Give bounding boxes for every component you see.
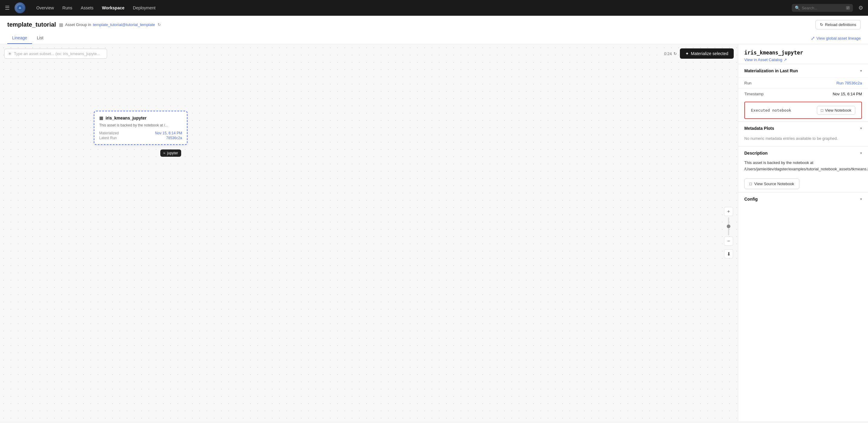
canvas-toolbar: ✳ Type an asset subset... (ex: iris_kmea… — [4, 49, 734, 59]
asset-node-description: This asset is backed by the notebook at … — [99, 123, 182, 128]
page-title: template_tutorial — [7, 21, 56, 28]
panel-asset-name: iris_kmeans_jupyter — [744, 50, 862, 56]
metadata-plots-title: Metadata Plots — [744, 126, 774, 131]
header-top: template_tutorial ▦ Asset Group in templ… — [7, 20, 861, 32]
jupyter-badge-label: jupyter — [167, 151, 178, 155]
materialized-value: Nov 15, 6:14 PM — [138, 131, 182, 135]
tab-lineage[interactable]: Lineage — [7, 32, 32, 44]
main-layout: ✳ Type an asset subset... (ex: iris_kmea… — [0, 44, 868, 421]
asset-node-meta: Materialized Nov 15, 6:14 PM Latest Run … — [99, 131, 182, 140]
hamburger-icon[interactable]: ☰ — [5, 4, 10, 11]
description-title: Description — [744, 151, 768, 155]
zoom-controls: + − ⬇ — [724, 207, 733, 259]
view-source-notebook-button[interactable]: □ View Source Notebook — [744, 179, 799, 189]
search-bar[interactable]: 🔍 / — [792, 4, 853, 12]
nav-links: Overview Runs Assets Workspace Deploymen… — [33, 4, 789, 12]
tabs: Lineage List — [7, 32, 49, 44]
jupyter-badge-icon: ≈ — [163, 151, 165, 155]
materialization-section: Materialization in Last Run ▾ Run Run 78… — [738, 64, 868, 119]
asset-node-grid-icon: ▦ — [99, 116, 103, 120]
executed-notebook-row: Executed notebook □ View Notebook — [744, 102, 862, 119]
timestamp-label: Timestamp — [744, 92, 764, 96]
description-chevron: ▾ — [860, 151, 862, 155]
description-section: Description ▾ This asset is backed by th… — [738, 146, 868, 177]
latest-run-value: 78536c2a — [138, 136, 182, 140]
nav-workspace[interactable]: Workspace — [98, 4, 128, 12]
description-body: This asset is backed by the notebook at … — [738, 160, 868, 177]
page-header: template_tutorial ▦ Asset Group in templ… — [0, 16, 868, 44]
breadcrumb: ▦ Asset Group in template_tutorial@tutor… — [59, 22, 161, 28]
zoom-slider-thumb[interactable] — [727, 224, 731, 228]
global-lineage-label: View global asset lineage — [816, 36, 861, 40]
materialization-chevron: ▾ — [860, 69, 862, 73]
config-title: Config — [744, 197, 757, 202]
executed-notebook-label: Executed notebook — [751, 108, 791, 113]
nav-runs[interactable]: Runs — [59, 4, 76, 12]
tabs-row: Lineage List ⤢ View global asset lineage — [7, 32, 861, 44]
description-section-header[interactable]: Description ▾ — [738, 146, 868, 160]
materialized-label: Materialized — [99, 131, 136, 135]
search-icon: 🔍 — [795, 5, 800, 10]
timer-refresh-icon[interactable]: ↻ — [674, 52, 677, 56]
view-in-asset-catalog-link[interactable]: View in Asset Catalog ↗ — [744, 58, 862, 62]
latest-run-label: Latest Run — [99, 136, 136, 140]
source-notebook-label: View Source Notebook — [754, 182, 794, 186]
metadata-plots-section: Metadata Plots ▾ No numeric metadata ent… — [738, 121, 868, 146]
logo[interactable] — [14, 2, 25, 13]
breadcrumb-link[interactable]: template_tutorial@tutorial_template — [93, 22, 155, 27]
zoom-out-button[interactable]: − — [724, 237, 733, 246]
run-value-link[interactable]: Run 78536c2a — [836, 81, 862, 85]
materialization-section-header[interactable]: Materialization in Last Run ▾ — [738, 64, 868, 78]
topnav: ☰ Overview Runs Assets Workspace Deploym… — [0, 0, 868, 16]
search-input[interactable] — [802, 6, 844, 10]
metadata-plots-chevron: ▾ — [860, 126, 862, 130]
asset-subset-placeholder: Type an asset subset... (ex: iris_kmeans… — [14, 52, 100, 56]
run-info-row: Run Run 78536c2a — [738, 78, 868, 88]
asset-group-icon: ▦ — [59, 22, 63, 28]
reload-icon: ↻ — [820, 22, 823, 27]
nav-overview[interactable]: Overview — [33, 4, 58, 12]
breadcrumb-refresh-icon[interactable]: ↻ — [158, 22, 161, 27]
view-catalog-icon: ↗ — [784, 58, 787, 62]
view-notebook-label: View Notebook — [825, 108, 851, 113]
metadata-plots-section-header[interactable]: Metadata Plots ▾ — [738, 122, 868, 135]
nav-deployment[interactable]: Deployment — [129, 4, 159, 12]
search-shortcut-badge: / — [846, 6, 850, 10]
nav-assets[interactable]: Assets — [77, 4, 97, 12]
zoom-slider-track[interactable] — [728, 217, 729, 235]
description-text: This asset is backed by the notebook at … — [744, 160, 862, 173]
materialize-icon: ✦ — [685, 51, 689, 56]
timestamp-value: Nov 15, 6:14 PM — [833, 92, 862, 96]
tab-list[interactable]: List — [32, 32, 49, 44]
metadata-plots-empty-text: No numeric metadata entries available to… — [744, 135, 862, 142]
run-label: Run — [744, 81, 751, 85]
asset-node-iris-kmeans-jupyter[interactable]: ▦ iris_kmeans_jupyter This asset is back… — [94, 111, 187, 145]
asset-subset-input-container[interactable]: ✳ Type an asset subset... (ex: iris_kmea… — [4, 49, 107, 59]
right-panel: iris_kmeans_jupyter View in Asset Catalo… — [738, 44, 868, 421]
metadata-plots-body: No numeric metadata entries available to… — [738, 135, 868, 146]
view-notebook-button[interactable]: □ View Notebook — [817, 106, 855, 115]
download-button[interactable]: ⬇ — [724, 249, 733, 259]
reload-btn-label: Reload definitions — [825, 22, 856, 27]
zoom-in-button[interactable]: + — [724, 207, 733, 216]
materialize-btn-label: Materialize selected — [691, 51, 728, 56]
view-catalog-label: View in Asset Catalog — [744, 58, 782, 62]
asset-node-title: ▦ iris_kmeans_jupyter — [99, 116, 182, 120]
notebook-icon: □ — [821, 108, 823, 113]
global-asset-lineage-link[interactable]: ⤢ View global asset lineage — [811, 33, 861, 43]
settings-icon[interactable]: ⚙ — [858, 4, 863, 11]
config-section-header[interactable]: Config ▾ — [738, 192, 868, 206]
reload-definitions-button[interactable]: ↻ Reload definitions — [815, 20, 861, 29]
materialization-section-title: Materialization in Last Run — [744, 68, 798, 73]
sparkle-icon: ✳ — [8, 52, 11, 56]
canvas-area: ✳ Type an asset subset... (ex: iris_kmea… — [0, 44, 738, 421]
svg-point-1 — [19, 7, 21, 9]
title-row: template_tutorial ▦ Asset Group in templ… — [7, 21, 161, 28]
timer-value: 0:24 — [664, 52, 672, 56]
breadcrumb-text: Asset Group in — [65, 22, 91, 27]
asset-node-name: iris_kmeans_jupyter — [105, 116, 146, 120]
global-lineage-icon: ⤢ — [811, 35, 815, 41]
source-notebook-icon: □ — [749, 182, 752, 186]
jupyter-badge: ≈ jupyter — [160, 149, 181, 157]
materialize-selected-button[interactable]: ✦ Materialize selected — [680, 49, 734, 59]
